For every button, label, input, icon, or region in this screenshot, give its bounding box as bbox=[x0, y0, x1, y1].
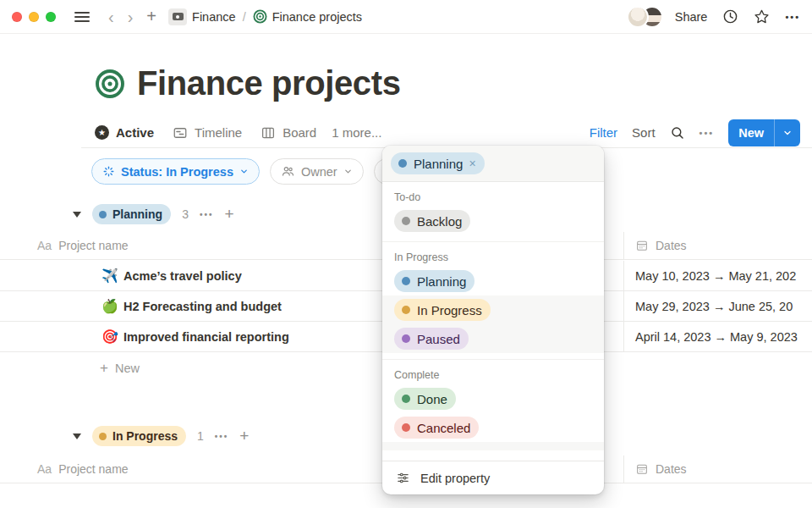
tab-label: Board bbox=[283, 125, 316, 140]
share-button[interactable]: Share bbox=[675, 10, 708, 24]
page-bullseye-icon[interactable] bbox=[95, 69, 125, 99]
tab-timeline-view[interactable]: Timeline bbox=[173, 125, 242, 141]
status-dot bbox=[398, 159, 407, 168]
more-views-link[interactable]: 1 more... bbox=[332, 125, 381, 140]
dropdown-section-in-progress: In Progress bbox=[382, 242, 604, 267]
view-tabs-row: Active Timeline Board 1 more... Filter S… bbox=[81, 118, 800, 147]
close-window-button[interactable] bbox=[12, 12, 22, 22]
bullseye-icon bbox=[253, 9, 267, 24]
option-label: Done bbox=[417, 392, 447, 406]
group-count: 1 bbox=[197, 429, 204, 443]
clock-history-icon[interactable] bbox=[722, 8, 738, 25]
selected-tag-label: Planning bbox=[414, 157, 463, 171]
window-controls bbox=[12, 12, 56, 22]
status-filter-chip[interactable]: Status: In Progress bbox=[91, 158, 260, 185]
option-backlog[interactable]: Backlog bbox=[382, 207, 604, 235]
forward-icon[interactable]: › bbox=[128, 8, 134, 25]
new-button[interactable]: New bbox=[728, 119, 800, 146]
plus-icon: + bbox=[100, 360, 108, 377]
new-row-label: New bbox=[115, 362, 140, 375]
tab-active-view[interactable]: Active bbox=[95, 125, 154, 140]
column-header-project-name[interactable]: Project name bbox=[58, 462, 128, 476]
page-title: Finance projects bbox=[137, 64, 400, 102]
status-filter-dropdown: Planning × To-do Backlog In Progress Pla… bbox=[382, 146, 604, 494]
new-chevron-down-icon[interactable] bbox=[775, 128, 800, 138]
zoom-window-button[interactable] bbox=[46, 12, 56, 22]
status-dot bbox=[99, 211, 107, 218]
option-paused[interactable]: Paused bbox=[382, 324, 604, 353]
option-planning[interactable]: Planning bbox=[382, 267, 604, 295]
group-more-icon[interactable]: ••• bbox=[200, 210, 214, 219]
back-icon[interactable]: ‹ bbox=[108, 8, 114, 25]
sliders-icon bbox=[396, 471, 410, 485]
tab-board-view[interactable]: Board bbox=[261, 125, 316, 141]
group-label: In Progress bbox=[112, 429, 178, 443]
row-title-link[interactable]: Acme’s travel policy bbox=[123, 269, 242, 283]
minimize-window-button[interactable] bbox=[29, 12, 39, 22]
row-title-link[interactable]: Improved financial reporting bbox=[123, 330, 289, 344]
option-done[interactable]: Done bbox=[382, 384, 604, 413]
group-more-icon[interactable]: ••• bbox=[215, 432, 229, 441]
status-dot bbox=[402, 395, 410, 403]
group-in-progress-chip[interactable]: In Progress bbox=[92, 426, 186, 446]
favorite-star-icon[interactable] bbox=[754, 8, 770, 25]
status-filter-label: Status: In Progress bbox=[121, 165, 233, 179]
dropdown-selected-area[interactable]: Planning × bbox=[382, 146, 604, 182]
search-icon[interactable] bbox=[670, 125, 685, 141]
breadcrumb: Finance / Finance projects bbox=[168, 8, 362, 25]
selected-tag-planning[interactable]: Planning × bbox=[391, 152, 485, 174]
dates-cell[interactable]: May 29, 2023 → June 25, 20 bbox=[635, 300, 793, 313]
text-type-icon: Aa bbox=[37, 239, 52, 252]
option-label: In Progress bbox=[417, 303, 482, 318]
collaborator-avatars[interactable] bbox=[627, 6, 663, 28]
green-apple-emoji-icon: 🍏 bbox=[102, 298, 118, 314]
status-dot bbox=[402, 423, 410, 432]
dropdown-section-complete: Complete bbox=[382, 360, 604, 384]
dropdown-section-todo: To-do bbox=[382, 182, 604, 207]
option-canceled[interactable]: Canceled bbox=[382, 413, 604, 442]
dates-cell[interactable]: May 10, 2023 → May 21, 202 bbox=[635, 269, 796, 283]
text-type-icon: Aa bbox=[37, 462, 52, 476]
edit-property-button[interactable]: Edit property bbox=[382, 461, 604, 494]
column-header-dates[interactable]: Dates bbox=[656, 239, 687, 252]
option-in-progress[interactable]: In Progress bbox=[382, 295, 604, 324]
workspace-banknote-icon bbox=[168, 8, 187, 25]
status-burst-icon bbox=[102, 165, 115, 178]
chevron-down-icon bbox=[343, 167, 353, 176]
breadcrumb-workspace[interactable]: Finance bbox=[192, 10, 236, 24]
row-title-link[interactable]: H2 Forecasting and budget bbox=[123, 300, 282, 313]
status-dot bbox=[402, 217, 410, 225]
option-label: Planning bbox=[417, 274, 466, 289]
status-dot bbox=[402, 334, 410, 343]
view-options-icon[interactable]: ••• bbox=[700, 128, 715, 138]
tab-label: Timeline bbox=[195, 125, 242, 140]
collapse-triangle-icon[interactable] bbox=[73, 433, 81, 439]
dates-cell[interactable]: April 14, 2023 → May 9, 2023 bbox=[635, 330, 798, 344]
board-icon bbox=[261, 125, 276, 141]
tab-label: Active bbox=[116, 125, 154, 140]
group-planning-chip[interactable]: Planning bbox=[92, 204, 171, 224]
group-add-icon[interactable]: + bbox=[224, 205, 233, 224]
avatar bbox=[627, 6, 649, 28]
new-button-label: New bbox=[728, 126, 774, 140]
dart-emoji-icon: 🎯 bbox=[102, 329, 118, 345]
column-header-dates[interactable]: Dates bbox=[656, 462, 687, 476]
breadcrumb-page[interactable]: Finance projects bbox=[272, 10, 362, 24]
sort-button[interactable]: Sort bbox=[632, 125, 656, 140]
airplane-emoji-icon: ✈️ bbox=[102, 268, 118, 284]
option-label: Backlog bbox=[417, 214, 462, 229]
filter-button[interactable]: Filter bbox=[590, 125, 617, 140]
group-count: 3 bbox=[182, 207, 189, 221]
remove-tag-icon[interactable]: × bbox=[469, 157, 475, 170]
collapse-triangle-icon[interactable] bbox=[73, 212, 81, 218]
scroll-shade bbox=[382, 442, 604, 450]
group-add-icon[interactable]: + bbox=[239, 427, 249, 445]
window-more-icon[interactable]: ••• bbox=[785, 12, 800, 22]
option-label: Paused bbox=[417, 332, 460, 346]
column-header-project-name[interactable]: Project name bbox=[58, 239, 128, 252]
sidebar-toggle-icon[interactable] bbox=[74, 12, 90, 22]
chevron-down-icon bbox=[239, 167, 249, 176]
star-circle-icon bbox=[95, 125, 109, 140]
owner-filter-chip[interactable]: Owner bbox=[270, 158, 364, 185]
new-page-icon[interactable]: + bbox=[146, 7, 156, 26]
